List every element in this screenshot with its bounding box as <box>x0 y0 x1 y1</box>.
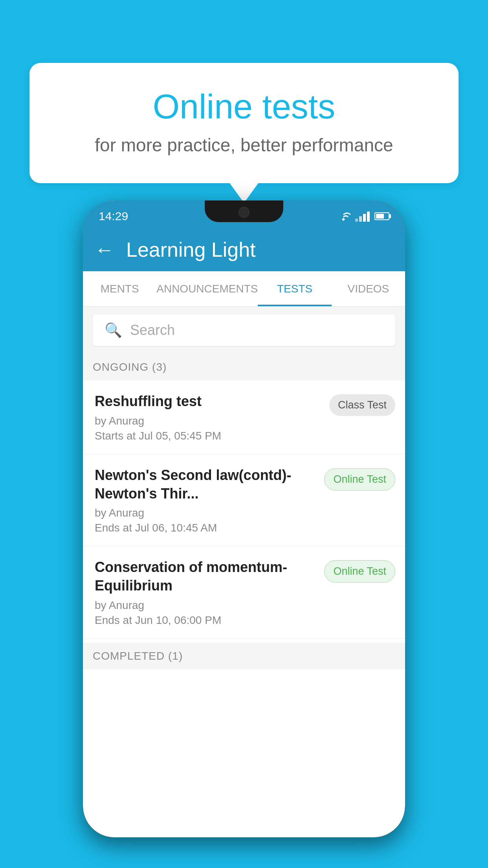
test-date-reshuffling: Starts at Jul 05, 05:45 PM <box>95 430 321 442</box>
test-by-conservation: by Anurag <box>95 599 316 612</box>
status-time: 14:29 <box>99 210 128 223</box>
test-name-conservation: Conservation of momentum-Equilibrium <box>95 558 316 595</box>
test-name-reshuffling: Reshuffling test <box>95 392 321 411</box>
test-list: Reshuffling test by Anurag Starts at Jul… <box>83 381 405 639</box>
test-badge-reshuffling: Class Test <box>329 394 395 416</box>
search-container: 🔍 Search <box>83 307 405 354</box>
completed-section-header: COMPLETED (1) <box>83 643 405 669</box>
status-icons <box>336 211 389 222</box>
test-name-newton: Newton's Second law(contd)-Newton's Thir… <box>95 466 316 503</box>
test-info-conservation: Conservation of momentum-Equilibrium by … <box>95 558 316 627</box>
tabs-bar: MENTS ANNOUNCEMENTS TESTS VIDEOS <box>83 271 405 307</box>
test-date-conservation: Ends at Jun 10, 06:00 PM <box>95 614 316 627</box>
search-box[interactable]: 🔍 Search <box>93 314 395 346</box>
test-date-newton: Ends at Jul 06, 10:45 AM <box>95 522 316 534</box>
tab-announcements[interactable]: ANNOUNCEMENTS <box>156 271 258 306</box>
test-by-newton: by Anurag <box>95 507 316 519</box>
test-item-conservation[interactable]: Conservation of momentum-Equilibrium by … <box>83 546 405 639</box>
ongoing-section-header: ONGOING (3) <box>83 354 405 381</box>
phone-frame: 14:29 <box>83 200 405 837</box>
test-by-reshuffling: by Anurag <box>95 415 321 427</box>
test-info-reshuffling: Reshuffling test by Anurag Starts at Jul… <box>95 392 321 442</box>
back-button[interactable]: ← <box>95 238 114 261</box>
phone-body: 14:29 <box>83 200 405 837</box>
tab-tests[interactable]: TESTS <box>258 271 331 306</box>
ongoing-title: ONGOING (3) <box>93 361 167 373</box>
app-title: Learning Light <box>126 238 256 261</box>
test-item-reshuffling[interactable]: Reshuffling test by Anurag Starts at Jul… <box>83 381 405 454</box>
front-camera <box>238 207 250 218</box>
test-badge-conservation: Online Test <box>324 560 395 583</box>
search-icon: 🔍 <box>105 322 122 338</box>
signal-icon <box>355 211 370 222</box>
bubble-title: Online tests <box>61 86 427 127</box>
test-item-newton[interactable]: Newton's Second law(contd)-Newton's Thir… <box>83 454 405 547</box>
app-bar: ← Learning Light <box>83 228 405 271</box>
phone-screen: 14:29 <box>83 200 405 837</box>
wifi-icon <box>336 211 350 222</box>
completed-title: COMPLETED (1) <box>93 650 183 662</box>
test-badge-newton: Online Test <box>324 468 395 491</box>
bubble-subtitle: for more practice, better performance <box>61 134 427 156</box>
test-info-newton: Newton's Second law(contd)-Newton's Thir… <box>95 466 316 535</box>
tab-ments[interactable]: MENTS <box>83 271 156 306</box>
battery-icon <box>374 212 389 220</box>
phone-notch <box>205 200 283 222</box>
tab-videos[interactable]: VIDEOS <box>332 271 405 306</box>
promo-bubble: Online tests for more practice, better p… <box>29 63 459 183</box>
search-placeholder: Search <box>130 322 175 338</box>
